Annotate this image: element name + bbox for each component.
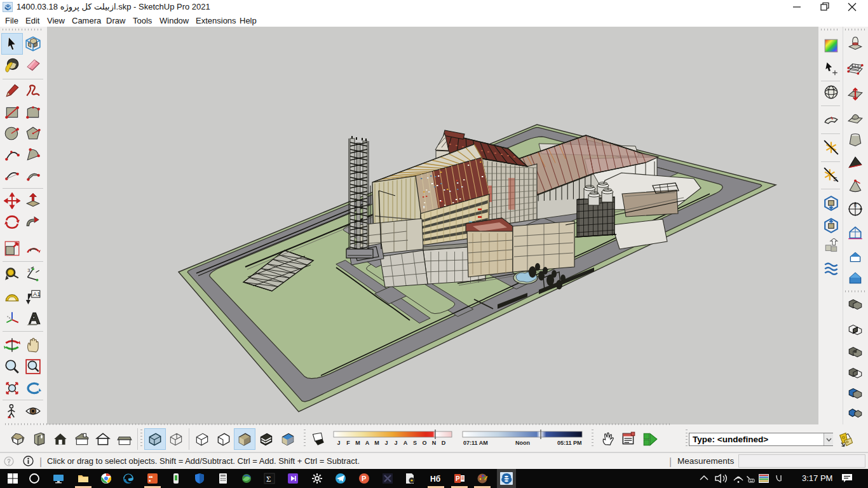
- svg-text:D: D: [442, 440, 446, 446]
- svg-text:05:11 PM: 05:11 PM: [557, 440, 582, 446]
- svg-text:07:11 AM: 07:11 AM: [463, 440, 488, 446]
- svg-text:J: J: [394, 440, 397, 446]
- svg-text:M: M: [374, 440, 379, 446]
- svg-text:J: J: [337, 440, 340, 446]
- svg-text:O: O: [422, 440, 426, 446]
- svg-text:P: P: [456, 475, 460, 482]
- svg-text:P: P: [362, 475, 366, 482]
- svg-text:A: A: [365, 440, 370, 446]
- svg-text:N: N: [432, 440, 437, 446]
- svg-text:3: 3: [27, 268, 30, 273]
- svg-text:J: J: [384, 440, 388, 446]
- svg-text:A1: A1: [33, 291, 40, 297]
- svg-text:N: N: [854, 204, 857, 208]
- svg-text:Noon: Noon: [515, 440, 530, 446]
- svg-text:S: S: [413, 440, 417, 446]
- svg-text:A: A: [403, 440, 408, 446]
- svg-text:■: ■: [149, 478, 151, 482]
- svg-text:Σ: Σ: [266, 474, 271, 484]
- svg-text:M: M: [355, 440, 360, 446]
- svg-text:Hб: Hб: [430, 475, 440, 484]
- svg-text:F: F: [346, 440, 350, 446]
